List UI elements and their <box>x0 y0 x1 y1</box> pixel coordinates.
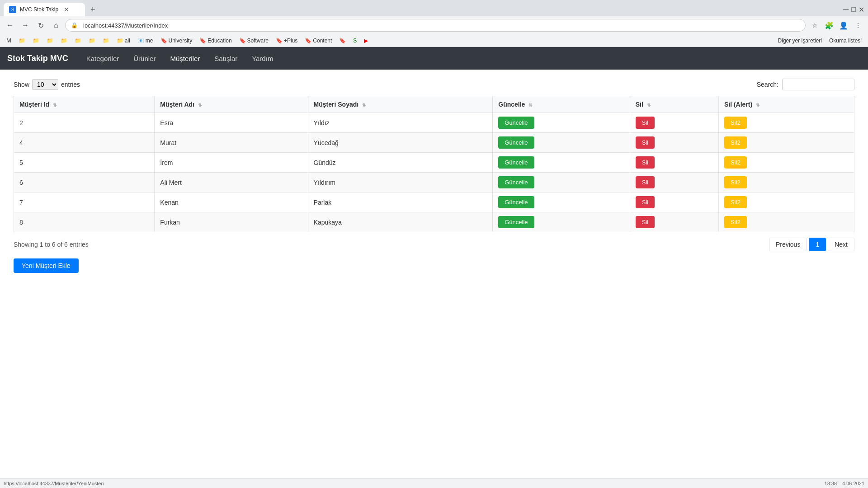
bookmark-item[interactable]: 📁 <box>72 37 84 45</box>
sort-icon: ⇅ <box>528 103 532 108</box>
show-entries: Show 10 25 50 100 entries <box>14 79 80 90</box>
guncelle-button[interactable]: Güncelle <box>498 136 534 149</box>
active-tab[interactable]: S MVC Stok Takip ✕ <box>4 3 85 16</box>
page-1-button[interactable]: 1 <box>809 238 826 251</box>
guncelle-button[interactable]: Güncelle <box>498 176 534 188</box>
previous-button[interactable]: Previous <box>769 238 807 251</box>
plus-icon: 🔖 <box>276 38 283 44</box>
guncelle-button[interactable]: Güncelle <box>498 156 534 169</box>
bookmark-item[interactable]: 📁 <box>44 37 56 45</box>
sil-button[interactable]: Sil <box>636 196 655 208</box>
nav-satislar[interactable]: Satışlar <box>207 48 245 69</box>
address-bar[interactable]: 🔒 localhost:44337/Musteriler/Index <box>65 19 806 32</box>
bookmark-university[interactable]: 🔖 University <box>158 37 195 45</box>
col-musteri-adi[interactable]: Müşteri Adı ⇅ <box>155 96 308 113</box>
cell-ad: Furkan <box>155 212 308 232</box>
sil2-button[interactable]: Sil2 <box>724 216 747 228</box>
sil-button[interactable]: Sil <box>636 117 655 129</box>
all-icon: 📁 <box>117 38 123 44</box>
cell-id: 4 <box>14 133 155 153</box>
sil-button[interactable]: Sil <box>636 136 655 149</box>
sil2-button[interactable]: Sil2 <box>724 176 747 188</box>
col-musteri-soyadi[interactable]: Müşteri Soyadı ⇅ <box>308 96 493 113</box>
bookmark-item[interactable]: 📁 <box>16 37 28 45</box>
col-sil-alert[interactable]: Sil (Alert) ⇅ <box>718 96 854 113</box>
cell-id: 6 <box>14 173 155 192</box>
sil2-button[interactable]: Sil2 <box>724 136 747 149</box>
education-icon: 🔖 <box>199 38 206 44</box>
table-row: 7 Kenan Parlak Güncelle Sil Sil2 <box>14 192 854 212</box>
forward-button[interactable]: → <box>19 19 32 32</box>
add-musteri-button[interactable]: Yeni Müşteri Ekle <box>14 258 79 273</box>
main-content: Show 10 25 50 100 entries Search: Müşter… <box>0 70 868 282</box>
nav-yardim[interactable]: Yardım <box>245 48 280 69</box>
new-tab-button[interactable]: + <box>85 3 101 16</box>
sort-icon: ⇅ <box>362 103 366 108</box>
minimize-button[interactable]: ─ <box>843 5 849 14</box>
bookmark-all[interactable]: 📁 all <box>114 37 133 45</box>
search-input[interactable] <box>782 79 854 90</box>
bookmark-content[interactable]: 🔖 Content <box>302 37 335 45</box>
nav-kategoriler[interactable]: Kategoriler <box>79 48 127 69</box>
menu-icon[interactable]: ⋮ <box>852 19 864 32</box>
bookmark-item[interactable]: 📁 <box>86 37 98 45</box>
bookmark-gmail[interactable]: M <box>4 36 14 45</box>
sil-button[interactable]: Sil <box>636 176 655 188</box>
maximize-button[interactable]: □ <box>851 5 856 14</box>
entries-select[interactable]: 10 25 50 100 <box>32 79 58 90</box>
cell-guncelle: Güncelle <box>493 212 630 232</box>
sil-button[interactable]: Sil <box>636 156 655 169</box>
bookmark-extra1[interactable]: 🔖 <box>336 37 349 45</box>
extra3-icon: ▶ <box>364 38 368 44</box>
tab-close-button[interactable]: ✕ <box>64 6 69 13</box>
table-row: 4 Murat Yücedağ Güncelle Sil Sil2 <box>14 133 854 153</box>
bookmark-reading[interactable]: Okuma listesi <box>826 37 864 45</box>
col-guncelle[interactable]: Güncelle ⇅ <box>493 96 630 113</box>
back-button[interactable]: ← <box>4 19 16 32</box>
cell-sil: Sil <box>630 153 718 173</box>
cell-guncelle: Güncelle <box>493 133 630 153</box>
reload-button[interactable]: ↻ <box>34 19 47 32</box>
cell-sil: Sil <box>630 212 718 232</box>
guncelle-button[interactable]: Güncelle <box>498 216 534 228</box>
software-icon: 🔖 <box>239 38 246 44</box>
col-sil[interactable]: Sil ⇅ <box>630 96 718 113</box>
app-navbar: Stok Takip MVC Kategoriler Ürünler Müşte… <box>0 47 868 70</box>
profile-icon[interactable]: 👤 <box>837 19 850 32</box>
bookmark-icon: 📁 <box>47 38 53 44</box>
col-musteri-id[interactable]: Müşteri Id ⇅ <box>14 96 155 113</box>
bookmark-item[interactable]: 📁 <box>58 37 70 45</box>
sil2-button[interactable]: Sil2 <box>724 117 747 129</box>
extension-icon[interactable]: 🧩 <box>823 19 835 32</box>
cell-ad: İrem <box>155 153 308 173</box>
next-button[interactable]: Next <box>828 238 854 251</box>
bookmark-me[interactable]: 📧 me <box>135 37 156 45</box>
sil2-button[interactable]: Sil2 <box>724 196 747 208</box>
cell-id: 8 <box>14 212 155 232</box>
star-icon[interactable]: ☆ <box>808 19 821 32</box>
table-row: 6 Ali Mert Yıldırım Güncelle Sil Sil2 <box>14 173 854 192</box>
bookmark-other[interactable]: Diğer yer işaretleri <box>775 37 825 45</box>
url-text: localhost:44337/Musteriler/Index <box>83 22 168 29</box>
bookmark-item[interactable]: 📁 <box>30 37 42 45</box>
sil-button[interactable]: Sil <box>636 216 655 228</box>
entries-label: entries <box>61 81 80 88</box>
nav-musteriler[interactable]: Müşteriler <box>163 48 207 69</box>
search-control: Search: <box>757 79 854 90</box>
bookmark-item[interactable]: 📁 <box>100 37 112 45</box>
bookmark-education[interactable]: 🔖 Education <box>197 37 234 45</box>
home-button[interactable]: ⌂ <box>50 19 62 32</box>
bookmark-extra2[interactable]: S <box>350 37 359 45</box>
cell-sil: Sil <box>630 192 718 212</box>
nav-urunler[interactable]: Ürünler <box>126 48 163 69</box>
bookmark-plus[interactable]: 🔖 +Plus <box>273 37 300 45</box>
university-icon: 🔖 <box>160 38 167 44</box>
app-brand[interactable]: Stok Takip MVC <box>7 54 68 63</box>
bookmark-extra3[interactable]: ▶ <box>361 37 371 45</box>
guncelle-button[interactable]: Güncelle <box>498 117 534 129</box>
cell-guncelle: Güncelle <box>493 173 630 192</box>
bookmark-software[interactable]: 🔖 Software <box>236 37 271 45</box>
sil2-button[interactable]: Sil2 <box>724 156 747 169</box>
guncelle-button[interactable]: Güncelle <box>498 196 534 208</box>
close-button[interactable]: ✕ <box>859 5 864 14</box>
